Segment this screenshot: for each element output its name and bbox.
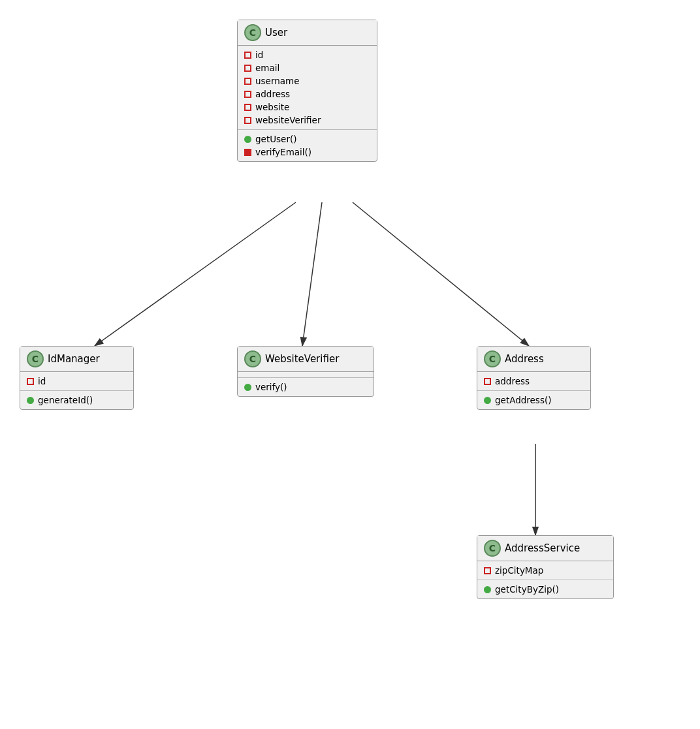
- class-address: C Address address getAddress(): [477, 346, 591, 410]
- class-address-header: C Address: [477, 347, 590, 372]
- class-address-fields: address: [477, 372, 590, 391]
- field-id: id: [27, 375, 127, 388]
- class-addressservice: C AddressService zipCityMap getCityByZip…: [477, 535, 614, 599]
- class-idmanager: C IdManager id generateId(): [20, 346, 134, 410]
- class-address-name: Address: [505, 353, 544, 365]
- method-icon: [244, 136, 251, 143]
- field-icon: [244, 117, 251, 124]
- method-icon: [484, 397, 491, 404]
- method-verifyemail: verifyEmail(): [244, 146, 370, 159]
- class-idmanager-methods: generateId(): [20, 391, 133, 409]
- method-icon: [244, 384, 251, 391]
- method-getaddress: getAddress(): [484, 394, 584, 407]
- class-user-icon: C: [244, 24, 261, 41]
- class-websiteverifier-icon: C: [244, 350, 261, 367]
- class-websiteverifier-empty: [238, 372, 374, 378]
- method-icon: [484, 586, 491, 593]
- field-icon: [244, 104, 251, 111]
- class-addressservice-icon: C: [484, 540, 501, 557]
- class-websiteverifier: C WebsiteVerifier verify(): [237, 346, 374, 397]
- class-address-methods: getAddress(): [477, 391, 590, 409]
- class-addressservice-methods: getCityByZip(): [477, 580, 613, 598]
- class-user-methods: getUser() verifyEmail(): [238, 130, 377, 161]
- class-user-header: C User: [238, 20, 377, 46]
- class-websiteverifier-methods: verify(): [238, 378, 374, 396]
- method-getuser: getUser(): [244, 132, 370, 146]
- method-getcitybyzip: getCityByZip(): [484, 583, 607, 596]
- class-addressservice-header: C AddressService: [477, 536, 613, 561]
- field-icon: [484, 378, 491, 385]
- field-icon: [244, 78, 251, 85]
- method-icon: [27, 397, 34, 404]
- class-addressservice-name: AddressService: [505, 542, 580, 554]
- field-icon: [244, 91, 251, 98]
- field-website: website: [244, 101, 370, 114]
- arrow-user-to-address: [353, 202, 529, 346]
- class-idmanager-name: IdManager: [48, 353, 100, 365]
- class-idmanager-icon: C: [27, 350, 44, 367]
- method-verify: verify(): [244, 380, 367, 394]
- field-icon: [27, 378, 34, 385]
- field-id: id: [244, 48, 370, 61]
- field-icon: [244, 52, 251, 59]
- method-generateid: generateId(): [27, 394, 127, 407]
- field-zipcitymap: zipCityMap: [484, 564, 607, 577]
- field-address: address: [244, 87, 370, 101]
- field-address: address: [484, 375, 584, 388]
- arrow-user-to-websiteverifier: [302, 202, 322, 346]
- class-addressservice-fields: zipCityMap: [477, 561, 613, 580]
- diagram-canvas: C User id email username address web: [0, 0, 700, 729]
- field-email: email: [244, 61, 370, 74]
- class-websiteverifier-header: C WebsiteVerifier: [238, 347, 374, 372]
- field-icon: [244, 65, 251, 72]
- class-user-fields: id email username address website websit…: [238, 46, 377, 130]
- class-user: C User id email username address web: [237, 20, 377, 162]
- method-filled-icon: [244, 149, 251, 156]
- field-websiteverifier: websiteVerifier: [244, 114, 370, 127]
- field-username: username: [244, 74, 370, 87]
- arrow-user-to-idmanager: [95, 202, 296, 346]
- class-idmanager-fields: id: [20, 372, 133, 391]
- class-address-icon: C: [484, 350, 501, 367]
- class-websiteverifier-name: WebsiteVerifier: [265, 353, 339, 365]
- class-user-name: User: [265, 27, 287, 39]
- class-idmanager-header: C IdManager: [20, 347, 133, 372]
- field-icon: [484, 567, 491, 574]
